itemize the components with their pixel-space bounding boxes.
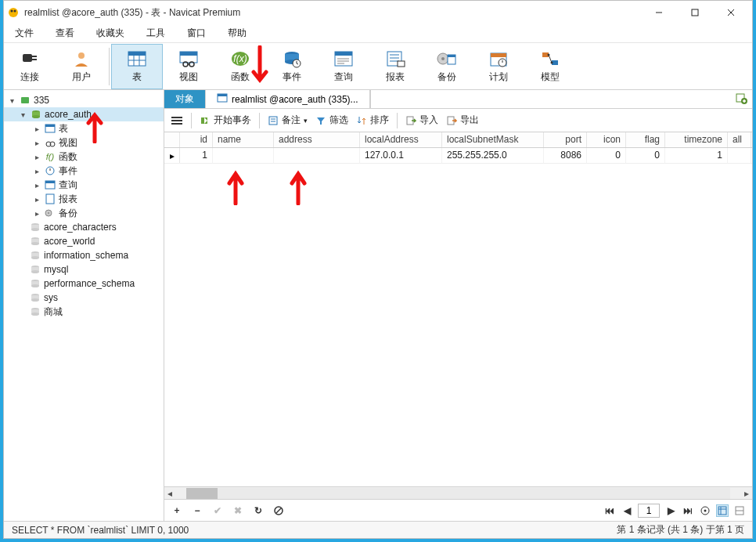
new-tab-icon[interactable] xyxy=(735,92,747,107)
col-id[interactable]: id xyxy=(180,132,213,147)
refresh-button[interactable]: ↻ xyxy=(252,504,265,517)
delete-record-button[interactable]: − xyxy=(191,504,203,517)
minimize-button[interactable] xyxy=(641,2,677,23)
cell-id[interactable]: 1 xyxy=(180,148,213,163)
menu-file[interactable]: 文件 xyxy=(10,25,38,42)
scroll-right-icon[interactable]: ▸ xyxy=(741,488,752,499)
menu-favorites[interactable]: 收藏夹 xyxy=(92,25,129,42)
menu-tools[interactable]: 工具 xyxy=(142,25,170,42)
horizontal-scrollbar[interactable]: ◂ ▸ xyxy=(164,486,752,499)
connection-icon xyxy=(19,94,31,107)
grid-row[interactable]: ▸ 1 127.0.0.1 255.255.255.0 8086 0 0 1 xyxy=(164,148,752,164)
tool-event[interactable]: 事件 xyxy=(266,44,318,89)
cell-flag[interactable]: 0 xyxy=(626,148,665,163)
tool-function[interactable]: f(x) 函数 xyxy=(214,44,266,89)
page-input[interactable] xyxy=(638,504,660,518)
cell-all[interactable] xyxy=(728,148,751,163)
expand-icon[interactable]: ▸ xyxy=(32,138,41,147)
prev-page-button[interactable]: ◀ xyxy=(621,504,633,517)
tool-table[interactable]: 表 xyxy=(111,44,163,89)
begin-transaction-button[interactable]: 开始事务 xyxy=(200,114,251,127)
tree-db-mysql[interactable]: mysql xyxy=(4,262,164,276)
stop-button[interactable] xyxy=(272,504,285,517)
plug-icon xyxy=(19,49,41,69)
cell-name[interactable] xyxy=(213,148,274,163)
col-timezone[interactable]: timezone xyxy=(665,132,728,147)
col-flag[interactable]: flag xyxy=(626,132,665,147)
cancel-button[interactable]: ✖ xyxy=(232,504,244,517)
collapse-icon[interactable]: ▾ xyxy=(7,96,16,105)
expand-icon[interactable]: ▸ xyxy=(32,166,41,175)
tool-view[interactable]: 视图 xyxy=(163,44,214,89)
tool-backup[interactable]: 备份 xyxy=(421,44,473,89)
import-button[interactable]: 导入 xyxy=(405,114,438,127)
sort-button[interactable]: 排序 xyxy=(356,114,389,127)
col-localsubnetmask[interactable]: localSubnetMask xyxy=(442,132,544,147)
col-icon[interactable]: icon xyxy=(587,132,626,147)
col-localaddress[interactable]: localAddress xyxy=(360,132,442,147)
expand-icon[interactable]: ▸ xyxy=(32,194,41,204)
tool-report[interactable]: 报表 xyxy=(369,44,421,89)
close-button[interactable] xyxy=(713,2,749,23)
memo-button[interactable]: 备注▾ xyxy=(268,114,308,127)
tree-reports[interactable]: ▸报表 xyxy=(4,192,164,206)
filter-button[interactable]: 筛选 xyxy=(315,114,348,127)
menu-help[interactable]: 帮助 xyxy=(223,25,251,42)
expand-icon[interactable]: ▸ xyxy=(32,208,41,218)
scroll-track[interactable] xyxy=(186,488,730,499)
scroll-thumb[interactable] xyxy=(186,488,218,499)
first-page-button[interactable]: ⏮ xyxy=(603,504,616,517)
collapse-icon[interactable]: ▾ xyxy=(18,110,27,119)
expand-icon[interactable]: ▸ xyxy=(32,124,41,133)
tree-db-acore-auth[interactable]: ▾ acore_auth xyxy=(4,107,164,121)
expand-icon[interactable]: ▸ xyxy=(32,180,41,190)
tree-db-acore-characters[interactable]: acore_characters xyxy=(4,220,164,234)
col-name[interactable]: name xyxy=(213,132,274,147)
tree-db-sys[interactable]: sys xyxy=(4,291,164,305)
tab-realmlist[interactable]: realmlist @acore_auth (335)... xyxy=(206,90,370,108)
tree-events[interactable]: ▸事件 xyxy=(4,164,164,178)
col-port[interactable]: port xyxy=(544,132,587,147)
tool-user[interactable]: 用户 xyxy=(56,44,107,89)
cell-icon[interactable]: 0 xyxy=(587,148,626,163)
tree-views[interactable]: ▸视图 xyxy=(4,136,164,150)
tree-backups[interactable]: ▸备份 xyxy=(4,206,164,220)
form-view-button[interactable] xyxy=(733,504,746,517)
tree-db-information-schema[interactable]: information_schema xyxy=(4,248,164,262)
tree-functions[interactable]: ▸f()函数 xyxy=(4,150,164,164)
cell-timezone[interactable]: 1 xyxy=(665,148,728,163)
next-page-button[interactable]: ▶ xyxy=(664,504,677,517)
tree-db-mall[interactable]: 商城 xyxy=(4,305,164,319)
grid-view-button[interactable] xyxy=(716,504,729,517)
toggle-list-icon[interactable] xyxy=(171,115,183,126)
data-grid[interactable]: id name address localAddress localSubnet… xyxy=(164,132,752,486)
tab-objects[interactable]: 对象 xyxy=(164,90,206,108)
col-address[interactable]: address xyxy=(274,132,360,147)
expand-icon[interactable]: ▸ xyxy=(32,152,41,161)
menu-view[interactable]: 查看 xyxy=(51,25,79,42)
export-button[interactable]: 导出 xyxy=(446,114,479,127)
tree-queries[interactable]: ▸查询 xyxy=(4,178,164,192)
settings-icon[interactable] xyxy=(699,504,711,517)
maximize-button[interactable] xyxy=(677,2,713,23)
tree-tables[interactable]: ▸表 xyxy=(4,121,164,136)
tree-db-performance-schema[interactable]: performance_schema xyxy=(4,276,164,291)
cell-port[interactable]: 8086 xyxy=(544,148,587,163)
tool-connection[interactable]: 连接 xyxy=(4,44,56,89)
tree-connection[interactable]: ▾ 335 xyxy=(4,93,164,107)
tool-query[interactable]: 查询 xyxy=(318,44,369,89)
cell-address[interactable] xyxy=(274,148,360,163)
tree-db-acore-world[interactable]: acore_world xyxy=(4,234,164,248)
col-all[interactable]: all xyxy=(728,132,751,147)
annotation-arrow-up-address xyxy=(290,168,305,203)
cell-localsubnetmask[interactable]: 255.255.255.0 xyxy=(442,148,544,163)
scroll-left-icon[interactable]: ◂ xyxy=(164,488,175,499)
add-record-button[interactable]: + xyxy=(171,504,183,517)
connection-tree[interactable]: ▾ 335 ▾ acore_auth ▸表 ▸视图 ▸f()函数 ▸事件 ▸查询… xyxy=(4,90,164,521)
cell-localaddress[interactable]: 127.0.0.1 xyxy=(360,148,442,163)
tool-model[interactable]: 模型 xyxy=(524,44,576,89)
menu-window[interactable]: 窗口 xyxy=(182,25,211,42)
apply-button[interactable]: ✔ xyxy=(211,504,224,517)
tool-schedule[interactable]: 计划 xyxy=(473,44,524,89)
last-page-button[interactable]: ⏭ xyxy=(682,504,694,517)
